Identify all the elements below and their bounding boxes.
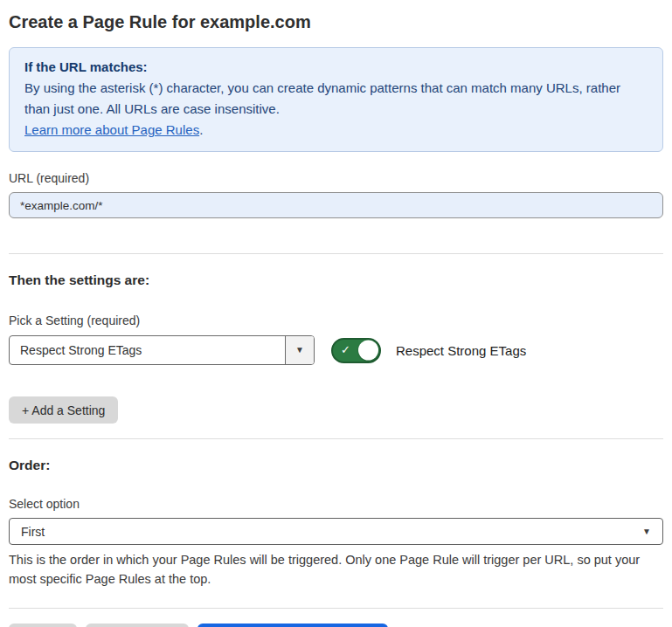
- order-help-text: This is the order in which your Page Rul…: [9, 550, 663, 589]
- url-input[interactable]: [9, 192, 663, 218]
- page-title: Create a Page Rule for example.com: [9, 10, 663, 33]
- toggle-knob: [358, 341, 378, 361]
- pick-setting-label: Pick a Setting (required): [9, 313, 663, 328]
- info-box-body: By using the asterisk (*) character, you…: [24, 78, 648, 120]
- setting-select[interactable]: Respect Strong ETags ▼: [9, 335, 315, 365]
- link-period: .: [199, 122, 203, 137]
- check-icon: ✓: [341, 343, 350, 356]
- footer-actions: Cancel Save as Draft Save and Deploy Pag…: [9, 624, 663, 627]
- divider: [9, 438, 663, 439]
- save-as-draft-button[interactable]: Save as Draft: [86, 624, 190, 627]
- divider: [9, 608, 663, 609]
- url-field-label: URL (required): [9, 170, 663, 186]
- url-match-info-box: If the URL matches: By using the asteris…: [9, 47, 663, 152]
- setting-select-arrow-box[interactable]: ▼: [285, 336, 314, 364]
- setting-row: Respect Strong ETags ▼ ✓ Respect Strong …: [9, 335, 663, 365]
- learn-more-link[interactable]: Learn more about Page Rules: [24, 122, 199, 137]
- chevron-down-icon: ▼: [295, 346, 304, 355]
- setting-toggle[interactable]: ✓: [331, 338, 381, 363]
- order-select-value: First: [21, 525, 45, 539]
- divider: [9, 253, 663, 254]
- settings-section-heading: Then the settings are:: [9, 272, 663, 289]
- order-select-label: Select option: [9, 496, 663, 512]
- page-rule-form: Create a Page Rule for example.com If th…: [0, 0, 672, 627]
- setting-toggle-label: Respect Strong ETags: [396, 343, 526, 358]
- add-setting-button[interactable]: + Add a Setting: [9, 396, 118, 424]
- info-box-link-line: Learn more about Page Rules.: [24, 120, 648, 141]
- chevron-down-icon: ▼: [642, 527, 651, 536]
- setting-select-value: Respect Strong ETags: [10, 336, 285, 364]
- order-section-heading: Order:: [9, 457, 663, 474]
- setting-toggle-group: ✓ Respect Strong ETags: [331, 338, 526, 363]
- save-and-deploy-button[interactable]: Save and Deploy Page Rule: [197, 624, 388, 627]
- cancel-button[interactable]: Cancel: [9, 624, 77, 627]
- order-select[interactable]: First ▼: [9, 518, 663, 545]
- info-box-heading: If the URL matches:: [24, 57, 648, 78]
